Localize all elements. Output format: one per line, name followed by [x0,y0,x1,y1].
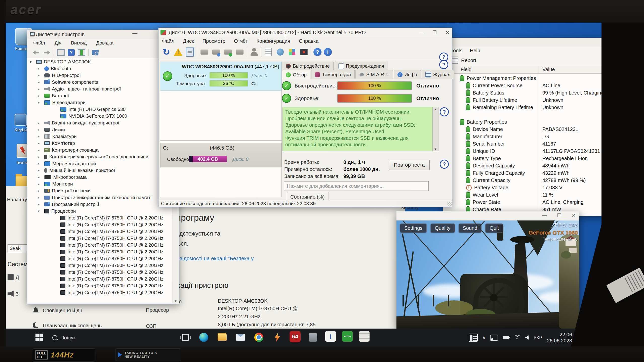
tab[interactable]: S.M.A.R.T. [355,70,393,79]
maximize-button[interactable]: ☐ [432,29,437,35]
device-tree-item[interactable]: ▸ Монітори [27,180,172,187]
device-tree-item[interactable]: ▸ Клавіатури [27,133,172,140]
toolbar-icon[interactable] [247,47,247,57]
expand-arrow-icon[interactable]: ▸ [38,94,44,98]
retest-button[interactable]: Повтор теста [389,160,430,170]
expand-arrow-icon[interactable]: ▸ [38,168,44,173]
expand-arrow-icon[interactable]: ▸ [38,134,44,139]
report-button[interactable]: Report [461,58,476,63]
device-tree-item[interactable]: ▸ Батареї [27,92,172,99]
battery-tray-icon[interactable] [503,336,509,339]
hidden-icons-chevron[interactable]: ∧ [482,335,486,340]
taskbar-app-icon[interactable] [376,331,388,344]
device-tree-item[interactable]: ▾ Відеоадаптери [27,99,172,106]
battery-window-titlebar[interactable] [443,38,609,47]
toolbar-icon[interactable] [275,47,285,57]
battery-grid-row[interactable]: Designed Capacity 48944 mWh [443,162,609,169]
battery-grid-row[interactable]: Full Battery Lifetime Unknown [443,97,609,104]
hds-titlebar[interactable]: Диск: 0, WDC WDS480G2G0C-00AJM0 [23061J8… [158,28,452,37]
taskbar-app-icon[interactable] [359,331,370,342]
scan-hardware-icon[interactable] [91,49,100,57]
device-tree-item[interactable]: Intel(R) Core(TM) i7-8750H CPU @ 2.20GHz [27,289,172,296]
taskbar-app-icon[interactable]: 64 [290,331,301,342]
taskbar-app-icon[interactable] [342,331,353,342]
device-tree-item[interactable]: ▸ Пристрої з використанням технологій па… [27,194,172,201]
settings-sidebar-scheduler[interactable]: Планувальник сповіщень [43,323,102,329]
toolbar-icon[interactable]: ↻ [162,47,171,57]
tab[interactable]: Журнал [422,70,454,79]
taskbar-search[interactable]: Пошук [52,333,93,343]
toolbar-icon[interactable]: ? [313,48,321,56]
scroll-down-icon[interactable]: ▼ [174,299,177,303]
settings-search-input[interactable]: Знай [8,244,28,253]
minimize-button[interactable]: — [419,30,424,35]
taskbar-app-icon[interactable] [307,331,319,344]
tab[interactable]: ✓Обзор [282,70,310,79]
expand-arrow-icon[interactable]: ▾ [38,209,44,213]
game-button[interactable]: Quality [430,223,455,233]
device-tree-item[interactable]: Intel(R) Core(TM) i7-8750H CPU @ 2.20GHz [27,235,172,242]
expand-arrow-icon[interactable]: ▸ [38,80,44,84]
battery-grid-row[interactable]: Power State AC Line, Charging [443,199,609,206]
expand-arrow-icon[interactable]: ▸ [38,121,44,125]
expand-arrow-icon[interactable]: ▸ [38,73,44,78]
device-tree-item[interactable]: ▸ Миша й інші вказівні пристрої [27,167,172,174]
device-tree-item[interactable]: ▸ Мережеві адаптери [27,160,172,167]
clock[interactable]: 22:06 26.06.2023 [547,332,572,344]
maximize-button[interactable]: ☐ [557,212,561,218]
taskbar-app-icon[interactable] [271,331,283,344]
toolbar-icon[interactable] [197,47,197,57]
device-tree-item[interactable]: Intel(R) Core(TM) i7-8750H CPU @ 2.20GHz [27,221,172,228]
device-tree-item[interactable]: ▸ Software components [27,79,172,85]
battery-grid-row[interactable]: Current Capacity 42788 mWh (99 %) [443,177,609,184]
toolbar-icon[interactable] [311,47,311,57]
taskbar-app-icon[interactable] [198,331,210,344]
battery-grid-row[interactable]: Wear Level 11 % [443,191,609,199]
news-widget-icon[interactable] [469,334,478,342]
close-button[interactable]: ✕ [445,29,450,35]
battery-grid-row[interactable]: Unique ID 41167LG PABAS0241231 [443,148,609,155]
tab[interactable]: Предупреждения [335,62,388,70]
battery-grid-row[interactable]: Battery Status 99 % (High Level, Chargin… [443,89,609,97]
device-tree-item[interactable]: ▾ Процесори [27,208,172,214]
toolbar-icon[interactable] [299,47,309,57]
battery-grid-row[interactable]: Battery Properties [443,118,609,126]
device-tree-item[interactable]: NVIDIA GeForce GTX 1060 [27,113,172,119]
tab[interactable]: Температура [311,70,355,79]
field-column-header[interactable]: Field [461,67,471,72]
battery-grid-row[interactable]: Manufacturer LG [443,133,609,140]
expand-arrow-icon[interactable]: ▸ [38,202,44,207]
action-center-icon[interactable]: 1 [577,335,584,341]
minimize-button[interactable]: — [542,212,547,218]
toolbar-icon[interactable] [223,47,233,57]
menu-item[interactable]: Конфигурация [256,38,290,44]
menu-item[interactable]: Отчёт [234,38,248,44]
battery-grid-row[interactable]: Fully Charged Capacity 43229 mWh [443,169,609,177]
device-manager-titlebar[interactable]: Диспетчер пристроїв — [27,30,179,39]
menu-item[interactable]: Вигляд [71,40,87,46]
menu-item[interactable]: Диск [183,38,194,44]
toolbar-icon[interactable] [235,47,245,57]
expand-arrow-icon[interactable]: ▸ [38,141,44,146]
partition-item-selected[interactable]: C: (446,5 GB) Свободно 402,4 GB Диск: 0 [160,143,281,167]
volume-icon[interactable] [525,335,529,340]
menu-item[interactable]: Справка [299,38,318,44]
toolbar-icon[interactable] [249,47,259,57]
taskbar-app-icon[interactable]: i [325,331,336,342]
battery-grid-row[interactable]: Current Power Source AC Line [443,82,609,89]
device-tree-item[interactable]: Intel(R) Core(TM) i7-8750H CPU @ 2.20GHz [27,255,172,262]
show-console-icon[interactable] [57,49,65,57]
settings-sidebar-notifications[interactable]: Сповіщення й дії [43,308,82,313]
expand-arrow-icon[interactable]: ▸ [38,182,44,186]
settings-sidebar-sound-fragment[interactable]: З [16,291,19,297]
device-tree-item[interactable]: ▸ Комп'ютер [27,140,172,147]
menu-item[interactable]: Файл [162,38,174,44]
wifi-icon[interactable] [514,335,521,340]
expand-arrow-icon[interactable]: ▸ [38,189,44,193]
toolbar-icon[interactable] [264,47,273,57]
value-column-header[interactable]: Value [542,67,555,72]
action-pane-icon[interactable] [77,49,86,57]
device-tree-item[interactable]: ▾ DESKTOP-AMC03OK [27,58,172,65]
device-tree-item[interactable]: Intel(R) Core(TM) i7-8750H CPU @ 2.20GHz [27,269,172,276]
menu-item[interactable]: Help [470,48,480,54]
